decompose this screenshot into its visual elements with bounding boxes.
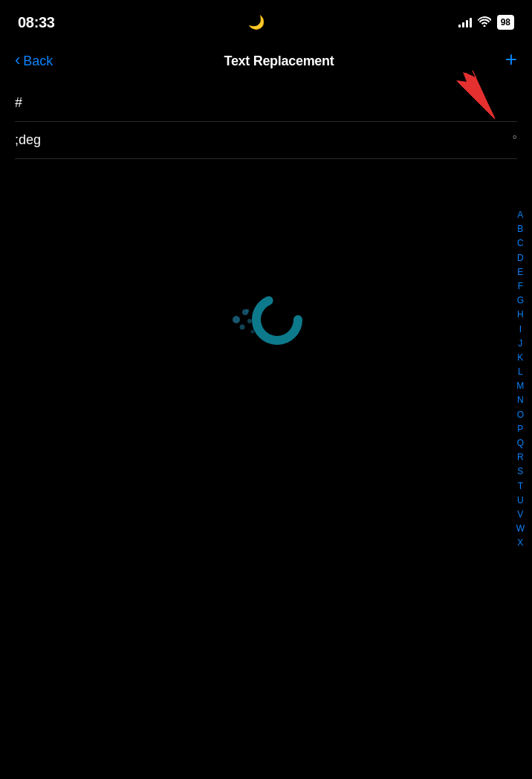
list-item-text: # xyxy=(15,95,22,111)
alpha-letter-j[interactable]: J xyxy=(516,337,525,351)
alpha-letter-a[interactable]: A xyxy=(516,208,525,222)
alpha-letter-b[interactable]: B xyxy=(516,222,525,236)
loading-spinner xyxy=(221,282,311,360)
list-item-degree-icon: ° xyxy=(513,134,517,147)
alpha-letter-t[interactable]: T xyxy=(516,479,525,494)
alpha-letter-g[interactable]: G xyxy=(516,294,525,308)
alpha-letter-e[interactable]: E xyxy=(516,265,525,279)
back-chevron-icon: ‹ xyxy=(15,52,20,68)
alpha-letter-s[interactable]: S xyxy=(516,465,525,479)
back-button[interactable]: ‹ Back xyxy=(15,54,53,69)
alpha-letter-o[interactable]: O xyxy=(516,408,525,422)
alpha-letter-r[interactable]: R xyxy=(516,450,525,465)
moon-icon: 🌙 xyxy=(248,14,265,30)
alpha-letter-i[interactable]: I xyxy=(516,323,525,337)
battery-icon: 98 xyxy=(497,15,514,30)
page-title: Text Replacement xyxy=(224,54,334,69)
alpha-letter-x[interactable]: X xyxy=(516,536,525,550)
svg-point-1 xyxy=(233,316,240,323)
battery-level: 98 xyxy=(501,17,510,28)
alpha-letter-q[interactable]: Q xyxy=(516,436,525,450)
alpha-letter-l[interactable]: L xyxy=(516,365,525,379)
back-label: Back xyxy=(23,54,53,69)
list-item[interactable]: ;deg ° xyxy=(15,122,517,159)
alphabet-index[interactable]: ABCDEFGHIJKLMNOPQRSTUVWX xyxy=(516,208,525,551)
status-icons: 98 xyxy=(458,15,514,30)
svg-point-4 xyxy=(247,319,252,323)
status-time: 08:33 xyxy=(18,14,55,31)
alpha-letter-h[interactable]: H xyxy=(516,308,525,322)
svg-point-6 xyxy=(251,330,255,334)
status-bar: 08:33 🌙 98 xyxy=(0,0,532,40)
alpha-letter-m[interactable]: M xyxy=(516,379,525,393)
alpha-letter-w[interactable]: W xyxy=(516,522,525,536)
alpha-letter-k[interactable]: K xyxy=(516,351,525,365)
signal-bars-icon xyxy=(458,17,472,28)
alpha-letter-c[interactable]: C xyxy=(516,236,525,250)
alpha-letter-n[interactable]: N xyxy=(516,393,525,407)
list-item-text: ;deg xyxy=(15,132,41,148)
arrow-annotation xyxy=(450,67,510,129)
svg-point-3 xyxy=(240,325,245,330)
alpha-letter-v[interactable]: V xyxy=(516,508,525,522)
wifi-icon xyxy=(478,16,491,29)
alpha-letter-p[interactable]: P xyxy=(516,422,525,436)
alpha-letter-f[interactable]: F xyxy=(516,279,525,294)
list-item[interactable]: # xyxy=(15,85,517,122)
alpha-letter-u[interactable]: U xyxy=(516,494,525,508)
svg-point-8 xyxy=(265,308,289,332)
alpha-letter-d[interactable]: D xyxy=(516,251,525,265)
svg-point-5 xyxy=(246,309,250,313)
